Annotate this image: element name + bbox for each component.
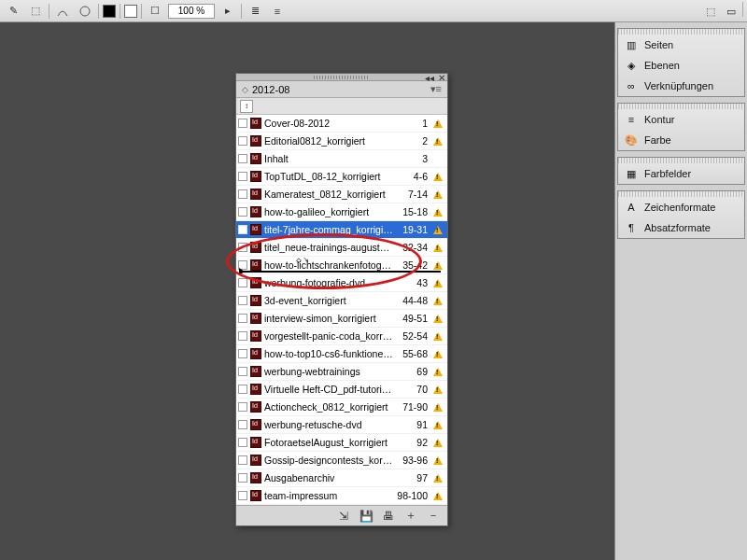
tool-icon[interactable]: ✎	[4, 2, 22, 21]
panel-item[interactable]: ◈Ebenen	[618, 55, 744, 76]
warning-placeholder	[432, 153, 444, 164]
row-checkbox[interactable]	[238, 136, 247, 146]
document-row[interactable]: titel-7jahre-commag_korrigiert19-31	[236, 221, 447, 239]
arrange-icon[interactable]: ▭	[722, 2, 740, 21]
row-checkbox[interactable]	[238, 491, 247, 500]
panel-item-label: Farbe	[644, 134, 671, 146]
tool-icon[interactable]: ⬚	[26, 2, 45, 21]
document-name: werbung-webtrainings	[264, 366, 393, 377]
row-checkbox[interactable]	[238, 243, 247, 252]
indesign-doc-icon	[250, 277, 261, 288]
row-checkbox[interactable]	[238, 420, 247, 429]
tool-icon[interactable]	[76, 2, 94, 21]
print-icon[interactable]: 🖶	[382, 510, 395, 523]
row-checkbox[interactable]	[238, 438, 247, 447]
indesign-doc-icon	[250, 242, 261, 253]
document-row[interactable]: Virtuelle Heft-CD_pdf-tutorial_korrigier…	[236, 381, 447, 399]
zoom-field[interactable]	[168, 4, 215, 19]
warning-icon	[432, 384, 444, 395]
row-checkbox[interactable]	[238, 172, 247, 181]
panel-item[interactable]: ¶Absatzformate	[618, 217, 744, 238]
row-checkbox[interactable]	[238, 402, 247, 412]
document-row[interactable]: Inhalt3	[236, 150, 447, 168]
sync-icon[interactable]: ⇲	[337, 510, 350, 523]
color-icon: 🎨	[624, 133, 639, 147]
tab-arrows-icon: ◇	[242, 85, 248, 94]
document-row[interactable]: how-to-top10-cs6-funktionen-dreamweav...…	[236, 345, 447, 363]
document-pages: 15-18	[396, 206, 428, 217]
document-row[interactable]: werbung-retusche-dvd91	[236, 416, 447, 434]
align-icon[interactable]: ≡	[268, 2, 287, 21]
document-row[interactable]: how-to-galileo_korrigiert15-18	[236, 203, 447, 221]
charstyle-icon: A	[624, 201, 639, 214]
save-icon[interactable]: 💾	[359, 510, 373, 523]
row-checkbox[interactable]	[238, 119, 247, 128]
fill-color[interactable]	[103, 5, 116, 18]
collapse-icon[interactable]: ◂◂	[425, 73, 434, 83]
row-checkbox[interactable]	[238, 278, 247, 287]
document-row[interactable]: FotoraetselAugust_korrigiert92	[236, 434, 447, 452]
align-icon[interactable]: ≣	[246, 2, 264, 21]
document-row[interactable]: werbung-webtrainings69	[236, 363, 447, 381]
stroke-color[interactable]	[124, 5, 137, 18]
remove-document-icon[interactable]: －	[427, 510, 440, 523]
document-row[interactable]: team-impressum98-100	[236, 487, 447, 505]
warning-icon	[432, 490, 444, 501]
panel-group: ▦Farbfelder	[617, 157, 745, 185]
document-row[interactable]: vorgestellt-panic-coda_korrigiert52-54	[236, 328, 447, 345]
document-row[interactable]: titel_neue-trainings-august_korrigiert32…	[236, 239, 447, 257]
panel-titlebar[interactable]: ◂◂ ✕	[236, 74, 447, 81]
panel-item[interactable]: ▥Seiten	[618, 35, 744, 55]
row-checkbox[interactable]	[238, 331, 247, 341]
panel-item[interactable]: 🎨Farbe	[618, 130, 744, 150]
document-row[interactable]: Cover-08-20121	[236, 115, 447, 133]
document-row[interactable]: Editorial0812_korrigiert2	[236, 133, 447, 150]
svg-point-0	[80, 7, 90, 16]
close-icon[interactable]: ✕	[438, 73, 445, 83]
document-row[interactable]: Ausgabenarchiv97	[236, 469, 447, 487]
zoom-dropdown-icon[interactable]: ▸	[218, 2, 237, 21]
document-name: Ausgabenarchiv	[264, 472, 393, 483]
document-row[interactable]: werbung-fotografie-dvd43	[236, 274, 447, 292]
add-document-icon[interactable]: ＋	[404, 510, 417, 523]
row-checkbox[interactable]	[238, 189, 247, 199]
document-row[interactable]: Gossip-designcontests_korrigiert93-96	[236, 452, 447, 469]
warning-icon	[432, 135, 444, 147]
indesign-doc-icon	[250, 171, 261, 182]
document-row[interactable]: interview-simon_korrigiert49-51	[236, 310, 447, 328]
book-title: 2012-08	[252, 84, 289, 95]
document-row[interactable]: TopTutDL_08-12_korrigiert4-6	[236, 168, 447, 186]
row-checkbox[interactable]	[238, 367, 247, 376]
row-checkbox[interactable]	[238, 296, 247, 305]
document-name: Gossip-designcontests_korrigiert	[264, 455, 393, 466]
arrange-icon[interactable]: ⬚	[701, 2, 720, 21]
warning-icon	[432, 330, 444, 342]
document-row[interactable]: Kameratest_0812_korrigiert7-14	[236, 186, 447, 203]
panel-menu-icon[interactable]: ▾≡	[430, 83, 442, 95]
indesign-doc-icon	[250, 135, 261, 147]
document-pages: 32-34	[396, 242, 428, 253]
document-list: Cover-08-20121Editorial0812_korrigiert2I…	[236, 115, 447, 505]
row-checkbox[interactable]	[238, 385, 247, 394]
row-checkbox[interactable]	[238, 349, 247, 358]
document-name: Inhalt	[264, 153, 393, 164]
document-row[interactable]: 3d-event_korrigiert44-48	[236, 292, 447, 310]
panel-item[interactable]: ∞Verknüpfungen	[618, 76, 744, 96]
panel-item[interactable]: ≡Kontur	[618, 109, 744, 130]
panel-item[interactable]: AZeichenformate	[618, 197, 744, 217]
row-checkbox[interactable]	[238, 473, 247, 483]
row-checkbox[interactable]	[238, 154, 247, 163]
row-checkbox[interactable]	[238, 455, 247, 465]
warning-icon	[432, 366, 444, 377]
panel-item[interactable]: ▦Farbfelder	[618, 163, 744, 184]
row-checkbox[interactable]	[238, 225, 247, 234]
row-checkbox[interactable]	[238, 207, 247, 217]
tool-icon[interactable]: ☐	[146, 2, 164, 21]
row-checkbox[interactable]	[238, 314, 247, 323]
tool-icon[interactable]	[53, 2, 72, 21]
document-row[interactable]: Actioncheck_0812_korrigiert71-90	[236, 399, 447, 416]
warning-icon	[432, 242, 444, 253]
book-tab[interactable]: ◇ 2012-08 ▾≡	[236, 81, 447, 98]
sync-source-icon[interactable]: ↕	[240, 100, 253, 113]
parastyle-icon: ¶	[624, 221, 639, 234]
